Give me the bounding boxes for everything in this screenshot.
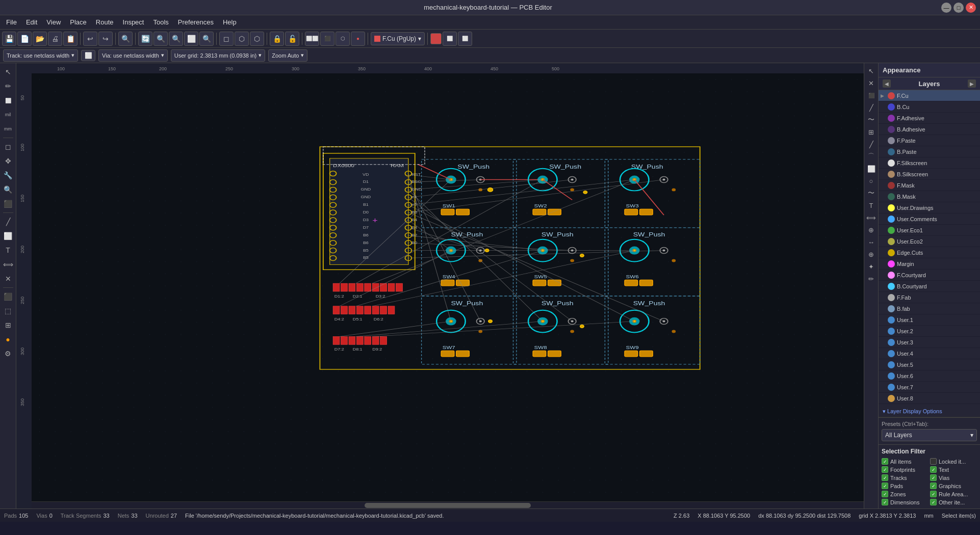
delete-tool[interactable]: ✕: [2, 272, 15, 285]
zoom-fit-button[interactable]: ⬜: [184, 32, 198, 46]
undo-button[interactable]: ↩: [83, 32, 97, 46]
sf-checkbox[interactable]: ✓: [882, 466, 888, 473]
grid-dropdown[interactable]: User grid: 2.3813 mm (0.0938 in) ▾: [171, 49, 265, 62]
arrow-rt-tool[interactable]: ↔: [866, 236, 877, 248]
menu-item-edit[interactable]: Edit: [22, 17, 41, 27]
layer-row-edge-cuts[interactable]: Edge.Cuts: [879, 247, 980, 258]
open-button[interactable]: 📂: [33, 32, 47, 46]
layer-row-b-silkscreen[interactable]: B.Silkscreen: [879, 169, 980, 180]
layer-row-f-silkscreen[interactable]: F.Silkscreen: [879, 157, 980, 169]
save-button[interactable]: 💾: [2, 32, 16, 46]
schematic-btn[interactable]: ⬜⬜: [305, 32, 319, 46]
layer-row-f-adhesive[interactable]: F.Adhesive: [879, 113, 980, 124]
circle-rt-tool[interactable]: ○: [866, 175, 877, 186]
sf-checkbox[interactable]: ✓: [882, 491, 888, 497]
layer-row-user-1[interactable]: User.1: [879, 314, 980, 326]
layer-row-user-5[interactable]: User.5: [879, 359, 980, 370]
pencil-rt-tool[interactable]: ✏: [866, 273, 877, 284]
sf-checkbox[interactable]: ✓: [930, 466, 937, 473]
sf-checkbox[interactable]: ✓: [930, 474, 937, 481]
menu-item-help[interactable]: Help: [219, 17, 241, 27]
sf-checkbox[interactable]: [930, 458, 937, 465]
draw-tool[interactable]: ⬜: [2, 229, 15, 243]
cross-rt-tool[interactable]: ✕: [866, 77, 877, 89]
line-rt-tool[interactable]: ╱: [866, 139, 877, 150]
find-button[interactable]: 🔍: [118, 32, 133, 46]
sf-checkbox[interactable]: ✓: [930, 499, 937, 505]
layer-row-user-drawings[interactable]: User.Drawings: [879, 202, 980, 213]
rule-tool[interactable]: ⬚: [2, 304, 15, 317]
zoom-in-button[interactable]: 🔍: [153, 32, 168, 46]
layer-row-f-mask[interactable]: F.Mask: [879, 180, 980, 191]
plot-button[interactable]: 📋: [63, 32, 78, 46]
cursor-rt-tool[interactable]: ↖: [866, 65, 877, 76]
menu-item-inspect[interactable]: Inspect: [119, 17, 148, 27]
layer-row-b-courtyard[interactable]: B.Courtyard: [879, 281, 980, 292]
arc-rt-tool[interactable]: ⌒: [866, 151, 877, 162]
layer-row-user-eco1[interactable]: User.Eco1: [879, 225, 980, 236]
layer-row-f-fab[interactable]: F.Fab: [879, 292, 980, 303]
rect-rt-tool[interactable]: ⬜: [866, 163, 877, 174]
edit-tool[interactable]: ✏: [2, 79, 15, 93]
wire-tool[interactable]: ╱: [2, 215, 15, 228]
select-tool[interactable]: ◻: [2, 140, 15, 153]
layer-row-user-2[interactable]: User.2: [879, 326, 980, 337]
layer-row-f-cu[interactable]: ▶F.Cu: [879, 90, 980, 101]
menu-item-route[interactable]: Route: [92, 17, 118, 27]
maximize-button[interactable]: □: [953, 3, 964, 13]
net-btn[interactable]: ⬛: [320, 32, 334, 46]
3d-btn[interactable]: ⬡: [336, 32, 350, 46]
layer-row-b-adhesive[interactable]: B.Adhesive: [879, 124, 980, 135]
layers-nav-right-btn[interactable]: ▶: [968, 79, 976, 88]
dim-tool[interactable]: ⟺: [2, 258, 15, 271]
menu-item-place[interactable]: Place: [66, 17, 91, 27]
pad-tool[interactable]: ●: [2, 333, 15, 346]
menu-item-tools[interactable]: Tools: [149, 17, 172, 27]
zoom-dropdown[interactable]: Zoom Auto ▾: [268, 49, 307, 62]
grid-tool[interactable]: ⬜: [2, 94, 15, 107]
close-button[interactable]: ✕: [966, 3, 976, 13]
layer-row-margin[interactable]: Margin: [879, 258, 980, 270]
refresh-button[interactable]: 🔄: [138, 32, 152, 46]
layer-row-b-fab[interactable]: B.fab: [879, 303, 980, 314]
menu-item-view[interactable]: View: [42, 17, 65, 27]
bezier-rt-tool[interactable]: 〜: [866, 188, 877, 199]
layer-row-user-3[interactable]: User.3: [879, 337, 980, 348]
layer-row-f-paste[interactable]: F.Paste: [879, 135, 980, 146]
move-tool[interactable]: ✥: [2, 154, 15, 168]
via-width-dropdown[interactable]: Via: use netclass width ▾: [98, 49, 168, 62]
minimize-button[interactable]: —: [941, 3, 951, 13]
footprint-tool[interactable]: ⊞: [2, 318, 15, 332]
sf-checkbox[interactable]: ✓: [930, 483, 937, 489]
unlock-button[interactable]: 🔓: [285, 32, 299, 46]
layer-display-options[interactable]: ▾ Layer Display Options: [879, 406, 980, 417]
presets-dropdown[interactable]: All Layers ▾: [882, 429, 977, 441]
text-rt-tool[interactable]: T: [866, 200, 877, 211]
mm-tool[interactable]: mm: [2, 122, 15, 136]
sf-checkbox[interactable]: ✓: [930, 491, 937, 497]
new-button[interactable]: 📄: [17, 32, 32, 46]
lock-button[interactable]: 🔒: [270, 32, 284, 46]
wave-rt-tool[interactable]: 〜: [866, 114, 877, 125]
track-width-dropdown[interactable]: Track: use netclass width ▾: [3, 49, 78, 62]
sf-checkbox[interactable]: ✓: [882, 499, 888, 505]
route-tool[interactable]: 🔧: [2, 169, 15, 182]
star-rt-tool[interactable]: ✦: [866, 261, 877, 272]
print-button[interactable]: 🖨: [48, 32, 62, 46]
layer-dropdown[interactable]: F.Cu (PgUp) ▾: [371, 32, 425, 45]
sf-checkbox[interactable]: ✓: [882, 458, 888, 465]
sf-checkbox[interactable]: ✓: [882, 483, 888, 489]
zoom-area-button[interactable]: 🔍: [199, 32, 214, 46]
grid-rt-tool[interactable]: ⬛: [866, 90, 877, 101]
calc-btn[interactable]: ●: [351, 32, 365, 46]
menu-item-preferences[interactable]: Preferences: [174, 17, 218, 27]
layer-row-f-courtyard[interactable]: F.Courtyard: [879, 270, 980, 281]
canvas-area[interactable]: 100 150 200 250 300 350 400 450 500 50 1…: [16, 63, 864, 509]
zoom-out-button[interactable]: 🔍: [169, 32, 183, 46]
scrollbar-thumb[interactable]: [365, 503, 531, 508]
plus2-rt-tool[interactable]: ⊕: [866, 249, 877, 260]
script-btn[interactable]: ⬜: [458, 32, 472, 46]
layer-row-b-paste[interactable]: B.Paste: [879, 146, 980, 157]
redo-button[interactable]: ↪: [98, 32, 113, 46]
tool2-button[interactable]: ⬡: [235, 32, 249, 46]
